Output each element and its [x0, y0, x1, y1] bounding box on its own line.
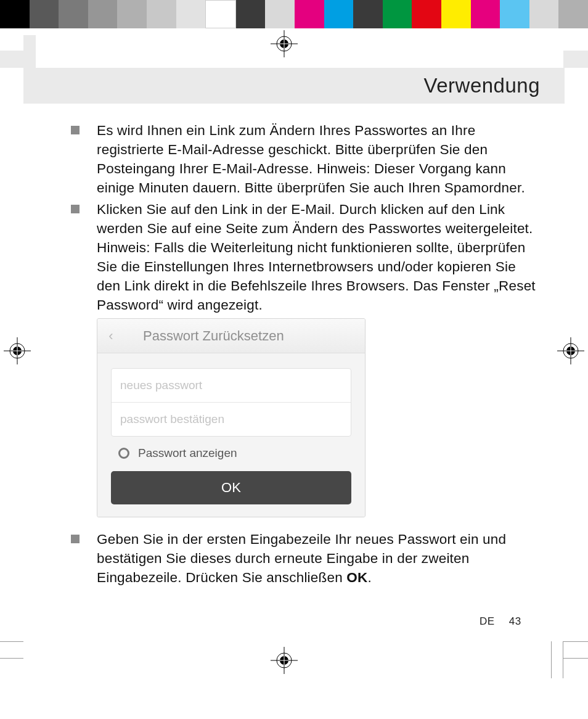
crop-mark [0, 51, 23, 68]
page-header: Verwendung [23, 68, 565, 104]
registration-mark-icon [4, 337, 31, 364]
page-number: 43 [509, 615, 521, 627]
crop-mark [0, 641, 23, 659]
show-password-toggle[interactable]: Passwort anzeigen [111, 437, 351, 471]
registration-mark-icon [557, 337, 584, 364]
input-group: neues passwort passwort bestätigen [111, 368, 351, 437]
list-item: Klicken Sie auf den Link in der E-Mail. … [71, 200, 539, 314]
new-password-input[interactable]: neues passwort [112, 369, 351, 402]
bullet-icon [71, 205, 80, 213]
crop-mark [563, 641, 588, 659]
list-item: Es wird Ihnen ein Link zum Ändern Ihres … [71, 121, 539, 197]
screenshot-title: Passwort Zurücksetzen [125, 328, 365, 344]
confirm-password-input[interactable]: passwort bestätigen [112, 403, 351, 436]
body-text-span: Geben Sie in der ersten Eingabezeile Ihr… [97, 532, 506, 585]
bullet-icon [71, 535, 80, 543]
crop-mark [23, 35, 36, 69]
back-icon[interactable]: ‹ [97, 328, 125, 344]
show-password-label: Passwort anzeigen [138, 446, 237, 460]
body-text-span: . [367, 570, 371, 585]
screenshot-header: ‹ Passwort Zurücksetzen [97, 319, 365, 353]
page-footer: DE 43 [480, 615, 521, 628]
screenshot-body: neues passwort passwort bestätigen Passw… [97, 353, 365, 517]
list-item: Geben Sie in der ersten Eingabezeile Ihr… [71, 530, 539, 587]
bullet-icon [71, 126, 80, 134]
ok-button[interactable]: OK [111, 471, 351, 504]
body-text: Es wird Ihnen ein Link zum Ändern Ihres … [97, 121, 539, 197]
app-screenshot: ‹ Passwort Zurücksetzen neues passwort p… [97, 318, 365, 517]
crop-mark [563, 51, 588, 68]
registration-mark-icon [271, 30, 298, 57]
crop-mark [551, 641, 563, 678]
radio-icon [118, 448, 129, 459]
body-text: Geben Sie in der ersten Eingabezeile Ihr… [97, 530, 539, 587]
main-content: Es wird Ihnen ein Link zum Ändern Ihres … [71, 121, 539, 590]
registration-mark-icon [271, 647, 298, 674]
color-calibration-bar [0, 0, 588, 28]
language-code: DE [480, 615, 495, 627]
page-title: Verwendung [424, 74, 540, 97]
body-text: Klicken Sie auf den Link in der E-Mail. … [97, 200, 539, 314]
bold-ok: OK [346, 570, 367, 585]
